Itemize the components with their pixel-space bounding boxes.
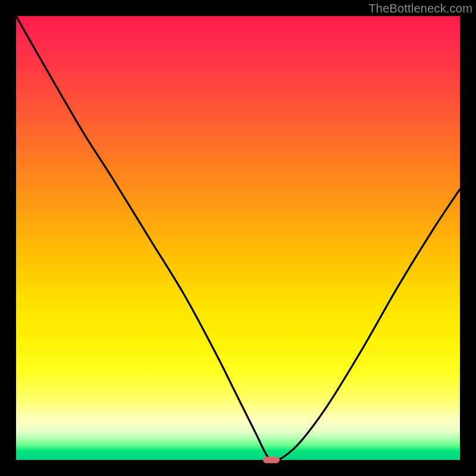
chart-background-gradient [16,16,460,460]
chart-plot-area [16,16,460,460]
watermark-text: TheBottleneck.com [368,2,472,15]
